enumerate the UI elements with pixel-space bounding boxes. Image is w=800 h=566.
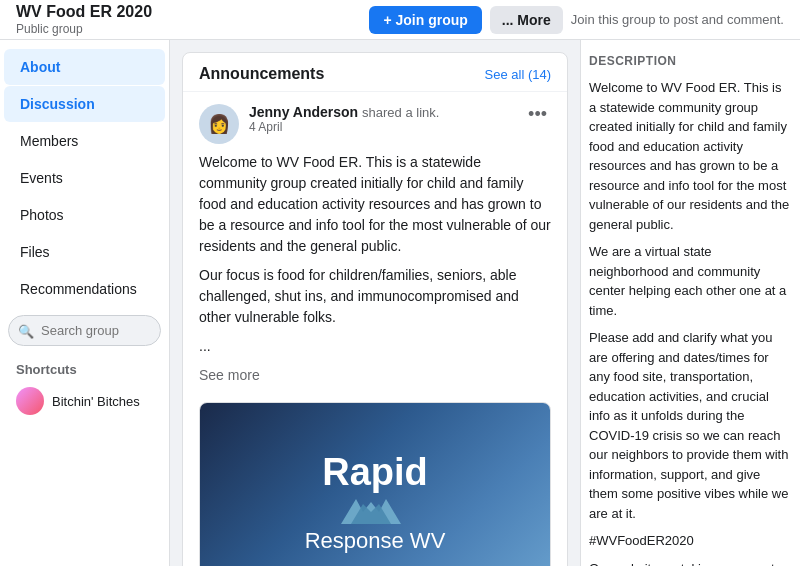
post-date: 4 April — [249, 120, 514, 134]
post-text-1: Welcome to WV Food ER. This is a statewi… — [199, 152, 551, 257]
shortcut-name: Bitchin' Bitches — [52, 394, 140, 409]
post-text-2: Our focus is food for children/families,… — [199, 265, 551, 328]
announcements-card: Announcements See all (14) 👩 Jenny Ander… — [182, 52, 568, 566]
post-ellipsis: ... — [199, 336, 551, 357]
sidebar-item-about[interactable]: About — [4, 49, 165, 85]
desc-hashtag: #WVFoodER2020 — [589, 531, 792, 551]
sidebar-item-photos[interactable]: Photos — [4, 197, 165, 233]
description-title: DESCRIPTION — [589, 52, 792, 70]
group-type: Public group — [16, 22, 186, 36]
sidebar-item-events[interactable]: Events — [4, 160, 165, 196]
post-header: 👩 Jenny Anderson shared a link. 4 April … — [183, 92, 567, 144]
join-hint: Join this group to post and comment. — [571, 12, 784, 27]
shortcuts-section: Shortcuts Bitchin' Bitches — [0, 358, 169, 423]
sidebar-item-files[interactable]: Files — [4, 234, 165, 270]
link-preview[interactable]: Rapid Response WV RESOURCES.RAPIDRESPONS… — [199, 402, 551, 566]
announcements-title: Announcements — [199, 65, 324, 83]
header-actions: + Join group ... More Join this group to… — [369, 6, 784, 34]
card-header: Announcements See all (14) — [183, 53, 567, 92]
top-bar: WV Food ER 2020 Public group + Join grou… — [0, 0, 800, 40]
desc-p2: We are a virtual state neighborhood and … — [589, 242, 792, 320]
sidebar-item-recommendations[interactable]: Recommendations — [4, 271, 165, 307]
main-layout: About Discussion Members Events Photos F… — [0, 40, 800, 566]
main-content: Announcements See all (14) 👩 Jenny Ander… — [170, 40, 580, 566]
more-button[interactable]: ... More — [490, 6, 563, 34]
post-action: shared a link. — [362, 105, 439, 120]
link-preview-image: Rapid Response WV — [200, 403, 550, 566]
see-all-link[interactable]: See all (14) — [485, 67, 551, 82]
post-body: Welcome to WV Food ER. This is a statewi… — [183, 144, 567, 394]
join-button[interactable]: + Join group — [369, 6, 481, 34]
group-info: WV Food ER 2020 Public group — [16, 3, 186, 36]
group-name: WV Food ER 2020 — [16, 3, 186, 21]
rapid-subtitle: Response WV — [305, 528, 446, 554]
sidebar-item-members[interactable]: Members — [4, 123, 165, 159]
search-icon: 🔍 — [18, 323, 34, 338]
search-container: 🔍 — [8, 315, 161, 346]
avatar: 👩 — [199, 104, 239, 144]
sidebar-item-discussion[interactable]: Discussion — [4, 86, 165, 122]
poster-name: Jenny Anderson — [249, 104, 358, 120]
right-panel: DESCRIPTION Welcome to WV Food ER. This … — [580, 40, 800, 566]
rapid-title: Rapid — [305, 452, 446, 494]
see-more-link[interactable]: See more — [199, 367, 260, 383]
post-meta: Jenny Anderson shared a link. 4 April — [249, 104, 514, 134]
sidebar: About Discussion Members Events Photos F… — [0, 40, 170, 566]
desc-p1: Welcome to WV Food ER. This is a statewi… — [589, 78, 792, 234]
post-options-button[interactable]: ••• — [524, 104, 551, 125]
desc-portal: Our website portal is now open to check … — [589, 559, 792, 567]
shortcut-item[interactable]: Bitchin' Bitches — [16, 383, 153, 419]
rapid-response-logo: Rapid Response WV — [305, 452, 446, 554]
desc-p3: Please add and clarify what you are offe… — [589, 328, 792, 523]
shortcuts-title: Shortcuts — [16, 362, 153, 377]
shortcut-avatar — [16, 387, 44, 415]
